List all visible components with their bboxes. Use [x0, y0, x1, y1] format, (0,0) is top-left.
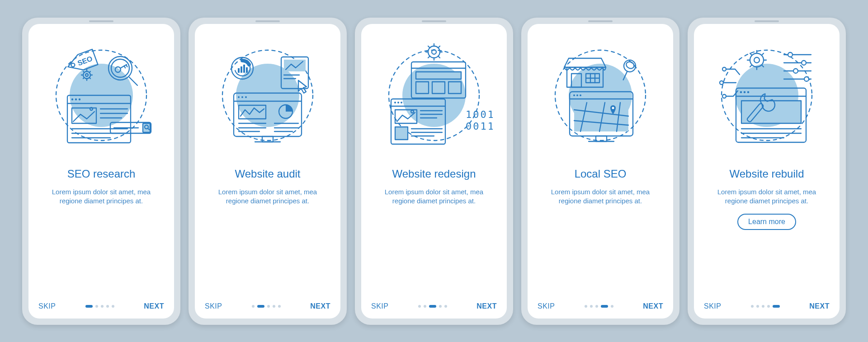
next-button[interactable]: NEXT	[310, 302, 330, 310]
onboarding-screen: Website rebuild Lorem ipsum dolor sit am…	[694, 24, 840, 319]
svg-line-29	[90, 71, 90, 72]
onboarding-footer: SKIP NEXT	[205, 302, 330, 310]
onboarding-footer: SKIP NEXT	[538, 302, 663, 310]
skip-button[interactable]: SKIP	[704, 302, 721, 310]
svg-point-146	[722, 94, 726, 98]
screen-body: Lorem ipsum dolor sit amet, mea regione …	[704, 187, 830, 206]
svg-point-138	[802, 61, 806, 65]
svg-point-112	[576, 94, 578, 96]
svg-rect-56	[238, 68, 240, 73]
onboarding-screen: Website audit Lorem ipsum dolor sit amet…	[195, 24, 340, 319]
svg-point-86	[401, 102, 402, 103]
page-dots	[85, 305, 114, 308]
phone-earpiece	[755, 20, 779, 22]
next-button[interactable]: NEXT	[809, 302, 830, 310]
svg-point-84	[394, 102, 396, 103]
next-button[interactable]: NEXT	[144, 302, 164, 310]
next-button[interactable]: NEXT	[643, 302, 663, 310]
phone-frame: Website rebuild Lorem ipsum dolor sit am…	[688, 18, 846, 325]
svg-point-20	[71, 62, 75, 67]
svg-point-140	[793, 69, 798, 73]
svg-line-36	[124, 66, 126, 68]
page-dots	[585, 305, 613, 308]
screen-body: Lorem ipsum dolor sit amet, mea regione …	[371, 187, 497, 206]
svg-line-75	[428, 56, 430, 58]
onboarding-footer: SKIP NEXT	[38, 302, 164, 310]
svg-point-106	[622, 58, 638, 74]
phone-frame: Local SEO Lorem ipsum dolor sit amet, me…	[521, 18, 679, 325]
svg-rect-53	[262, 136, 273, 142]
svg-point-44	[245, 96, 247, 98]
page-dots	[418, 305, 447, 308]
phone-earpiece	[422, 20, 446, 22]
svg-line-73	[438, 56, 440, 58]
svg-point-149	[740, 91, 742, 93]
svg-line-131	[750, 53, 752, 55]
screen-title: Website rebuild	[704, 168, 830, 180]
next-button[interactable]: NEXT	[476, 302, 497, 310]
screen-body: Lorem ipsum dolor sit amet, mea regione …	[538, 187, 663, 206]
svg-point-120	[612, 107, 614, 109]
screen-title: SEO research	[38, 168, 164, 180]
phone-earpiece	[588, 20, 613, 22]
svg-line-30	[83, 78, 84, 79]
svg-point-113	[580, 94, 581, 96]
svg-point-85	[397, 102, 399, 103]
skip-button[interactable]: SKIP	[205, 302, 222, 310]
svg-point-42	[238, 96, 240, 98]
svg-point-4	[71, 98, 73, 100]
svg-point-151	[747, 91, 750, 93]
phone-earpiece	[89, 20, 113, 22]
svg-rect-58	[243, 65, 245, 73]
svg-line-27	[83, 71, 84, 72]
svg-rect-78	[416, 72, 461, 79]
illustration-seo-research: SEO	[42, 41, 160, 159]
screen-title: Website audit	[205, 168, 330, 180]
onboarding-footer: SKIP NEXT	[704, 302, 830, 310]
svg-rect-114	[574, 103, 628, 131]
svg-point-150	[744, 91, 746, 93]
screen-body: Lorem ipsum dolor sit amet, mea regione …	[38, 187, 164, 206]
svg-text:1001: 1001	[466, 109, 493, 120]
svg-point-5	[75, 98, 77, 100]
phone-earpiece	[255, 20, 280, 22]
illustration-website-redesign: 1001 0011	[375, 41, 493, 159]
onboarding-screen: 1001 0011 Website redesign Lorem ipsum d…	[361, 24, 507, 319]
svg-line-72	[428, 46, 430, 48]
illustration-website-rebuild	[708, 41, 826, 159]
illustration-local-seo	[542, 41, 659, 159]
svg-line-133	[762, 53, 764, 55]
svg-point-111	[573, 94, 575, 96]
svg-rect-59	[246, 67, 248, 73]
skip-button[interactable]: SKIP	[371, 302, 388, 310]
svg-line-134	[750, 65, 752, 67]
svg-line-37	[126, 65, 127, 66]
svg-point-6	[79, 98, 80, 100]
svg-rect-152	[741, 101, 801, 123]
svg-point-142	[804, 77, 809, 81]
svg-text:0011: 0011	[466, 121, 493, 132]
phone-frame: 1001 0011 Website redesign Lorem ipsum d…	[355, 18, 513, 325]
svg-line-28	[90, 78, 90, 79]
skip-button[interactable]: SKIP	[38, 302, 56, 310]
svg-point-144	[720, 81, 723, 84]
onboarding-screen: SEO SEO rese	[28, 24, 174, 319]
page-dots	[252, 305, 281, 308]
seo-tag-text: SEO	[76, 54, 94, 67]
svg-rect-57	[241, 66, 242, 73]
screen-body: Lorem ipsum dolor sit amet, mea regione …	[205, 187, 330, 206]
svg-point-43	[241, 96, 243, 98]
screen-title: Website redesign	[371, 168, 497, 180]
illustration-website-audit	[209, 41, 326, 159]
page-dots	[751, 305, 780, 308]
onboarding-screen: Local SEO Lorem ipsum dolor sit amet, me…	[528, 24, 673, 319]
svg-line-74	[438, 46, 440, 48]
screen-title: Local SEO	[538, 168, 663, 180]
onboarding-footer: SKIP NEXT	[371, 302, 497, 310]
phone-frame: Website audit Lorem ipsum dolor sit amet…	[189, 18, 347, 325]
svg-point-143	[722, 67, 726, 71]
skip-button[interactable]: SKIP	[538, 302, 555, 310]
learn-more-button[interactable]: Learn more	[737, 214, 796, 230]
svg-point-136	[788, 52, 793, 57]
phone-frame: SEO SEO rese	[22, 18, 180, 325]
